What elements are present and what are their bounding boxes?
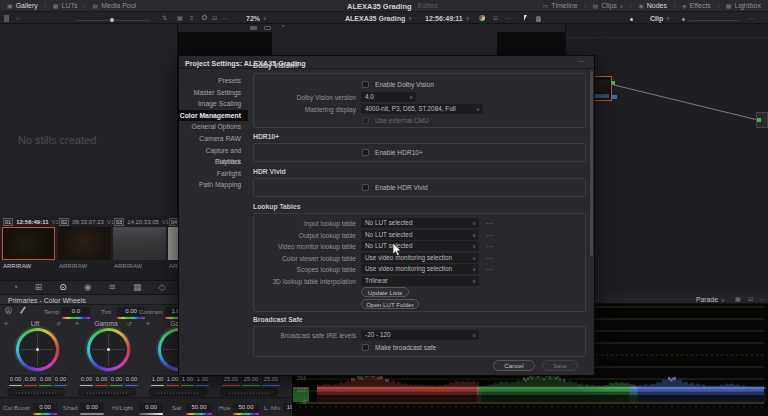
- open-lut-folder-button[interactable]: Open LUT Folder: [361, 299, 419, 309]
- cancel-button[interactable]: Cancel: [493, 360, 535, 371]
- enable-hdr-vivid-checkbox[interactable]: [362, 184, 369, 191]
- gamma-b-value[interactable]: 0.00: [125, 375, 138, 383]
- grade-tree-icon[interactable]: ⌂: [16, 15, 20, 21]
- dialog-scrollbar[interactable]: [590, 71, 593, 256]
- gamma-reset-icon[interactable]: ↺: [127, 320, 132, 327]
- color-wheels-icon[interactable]: ⊙: [59, 283, 67, 292]
- output-lut-dropdown[interactable]: No LUT selected ∨: [361, 230, 479, 240]
- video-monitor-lut-dropdown[interactable]: No LUT selected ∨: [361, 241, 479, 251]
- search-icon[interactable]: [202, 15, 207, 20]
- gamma-wheel[interactable]: [85, 326, 131, 372]
- expand-icon[interactable]: ⊡: [212, 15, 217, 21]
- gain-y-value[interactable]: 1.00: [151, 375, 164, 383]
- mastering-display-dropdown[interactable]: 4000-nit, P3, D65, ST.2084, Full ∨: [361, 104, 483, 114]
- scopes-lut-dropdown[interactable]: Use video monitoring selection ∨: [361, 264, 479, 274]
- curves-icon[interactable]: ≋: [109, 283, 117, 292]
- sidebar-item-general-options[interactable]: General Options: [179, 121, 248, 133]
- scrub-dot[interactable]: [682, 18, 685, 21]
- save-button[interactable]: Save: [542, 360, 578, 371]
- sort-icon[interactable]: ⇅: [162, 15, 167, 21]
- gamma-g-value[interactable]: 0.00: [110, 375, 123, 383]
- node-key-dot[interactable]: [612, 95, 617, 99]
- hue-value[interactable]: 50.00: [233, 403, 259, 412]
- lift-y-value[interactable]: 0.00: [9, 375, 22, 383]
- ire-levels-dropdown[interactable]: -20 - 120 ∨: [361, 330, 479, 340]
- col-boost-value[interactable]: 0.00: [33, 403, 57, 412]
- still-icon[interactable]: [4, 15, 9, 22]
- zoom-select[interactable]: 72% ∨: [246, 15, 267, 22]
- tab-media-pool[interactable]: ▤ Media Pool: [85, 0, 143, 11]
- offset-r-value[interactable]: 25.00: [222, 375, 240, 383]
- hdr-grade-icon[interactable]: ◉: [84, 283, 92, 292]
- tab-timeline[interactable]: ▭ Timeline: [536, 0, 585, 11]
- color-viewer-lut-dropdown[interactable]: Use video monitoring selection ∨: [361, 253, 479, 263]
- color-match-icon[interactable]: ⊞: [35, 283, 43, 292]
- sidebar-item-color-management[interactable]: Color Management: [179, 110, 248, 122]
- lift-r-value[interactable]: 0.00: [24, 375, 37, 383]
- crosshair-icon[interactable]: +: [4, 320, 8, 327]
- gain-g-value[interactable]: 1.00: [181, 375, 194, 383]
- grid-view-icon[interactable]: ▦: [177, 15, 183, 21]
- lift-b-value[interactable]: 0.00: [54, 375, 67, 383]
- crosshair-icon[interactable]: +: [146, 320, 150, 327]
- viewer-area[interactable]: [178, 32, 565, 55]
- sidebar-item-presets[interactable]: Presets: [179, 75, 248, 87]
- dialog-titlebar[interactable]: Project Settings: ALEXA35 Grading ⋯: [179, 56, 594, 69]
- crosshair-icon[interactable]: +: [75, 320, 79, 327]
- sidebar-item-camera-raw[interactable]: Camera RAW: [179, 133, 248, 145]
- node-graph-panel[interactable]: [565, 24, 768, 295]
- sidebar-item-capture-playback[interactable]: Capture and Playback: [179, 145, 248, 157]
- make-broadcast-safe-checkbox[interactable]: [362, 344, 369, 351]
- clip-thumbnail[interactable]: [168, 227, 178, 260]
- tab-luts[interactable]: ▦ LUTs: [46, 0, 85, 11]
- scopes-lut-more-icon[interactable]: ⋯: [486, 266, 494, 274]
- pointer-tool-icon[interactable]: [524, 15, 527, 21]
- gamma-master-dial[interactable]: [78, 388, 136, 396]
- clip-menu[interactable]: Clip ∨: [650, 15, 670, 22]
- input-lut-dropdown[interactable]: No LUT selected ∨: [361, 218, 479, 228]
- lut-interpolation-dropdown[interactable]: Trilinear ∨: [361, 276, 479, 286]
- clip-thumbnail[interactable]: [2, 227, 55, 260]
- more-options-icon[interactable]: ⋯: [222, 15, 228, 21]
- sidebar-item-fairlight[interactable]: Fairlight: [179, 168, 248, 180]
- update-lists-button[interactable]: Update Lists: [361, 287, 409, 297]
- video-monitor-lut-more-icon[interactable]: ⋯: [486, 243, 494, 251]
- auto-balance-icon[interactable]: A: [5, 307, 12, 314]
- tab-nodes[interactable]: ◉ Nodes: [631, 0, 673, 11]
- gain-b-value[interactable]: 1.00: [196, 375, 209, 383]
- list-view-icon[interactable]: ≡: [190, 15, 194, 21]
- lift-master-dial[interactable]: [7, 388, 65, 396]
- qualifier-icon[interactable]: ◇: [159, 283, 166, 292]
- lift-reset-icon[interactable]: ↺: [56, 320, 61, 327]
- sat-value[interactable]: 50.00: [186, 403, 212, 412]
- picker-icon[interactable]: [20, 306, 26, 314]
- scrub-track[interactable]: [689, 20, 739, 21]
- gamma-wheel-dot[interactable]: [107, 348, 110, 351]
- tab-gallery[interactable]: ▣ Gallery: [0, 0, 45, 11]
- lift-wheel-dot[interactable]: [36, 348, 39, 351]
- slider-handle[interactable]: [110, 18, 114, 22]
- node-01[interactable]: [592, 76, 612, 101]
- gain-r-value[interactable]: 1.00: [166, 375, 179, 383]
- tab-clips[interactable]: ▤ Clips ∨: [586, 0, 631, 11]
- camera-raw-icon[interactable]: ◔: [12, 283, 17, 292]
- clip-thumbnail[interactable]: [58, 227, 111, 260]
- color-viewer-lut-more-icon[interactable]: ⋯: [486, 255, 494, 263]
- image-wipe-icon[interactable]: [250, 26, 257, 30]
- sidebar-item-subtitles[interactable]: Subtitles: [179, 156, 248, 168]
- sidebar-item-image-scaling[interactable]: Image Scaling: [179, 98, 248, 110]
- clip-more-icon[interactable]: ⋯: [748, 15, 754, 21]
- enable-dolby-checkbox[interactable]: [362, 81, 369, 88]
- input-lut-more-icon[interactable]: ⋯: [486, 220, 494, 228]
- split-screen-icon[interactable]: [264, 26, 271, 30]
- tab-lightbox[interactable]: ▦ Lightbox: [719, 0, 768, 11]
- gain-master-dial[interactable]: [149, 388, 207, 396]
- clip-thumbnail[interactable]: [113, 227, 166, 260]
- enable-hdr10-checkbox[interactable]: [362, 149, 369, 156]
- tab-effects[interactable]: ◈ Effects: [675, 0, 718, 11]
- offset-master-dial[interactable]: [220, 388, 278, 396]
- timeline-select[interactable]: ALEXA35 Grading ∨: [345, 15, 412, 22]
- timecode-display[interactable]: 12:56:49:11 ∨: [425, 15, 469, 22]
- color-viewer-icon[interactable]: [479, 15, 485, 21]
- sidebar-item-master-settings[interactable]: Master Settings: [179, 87, 248, 99]
